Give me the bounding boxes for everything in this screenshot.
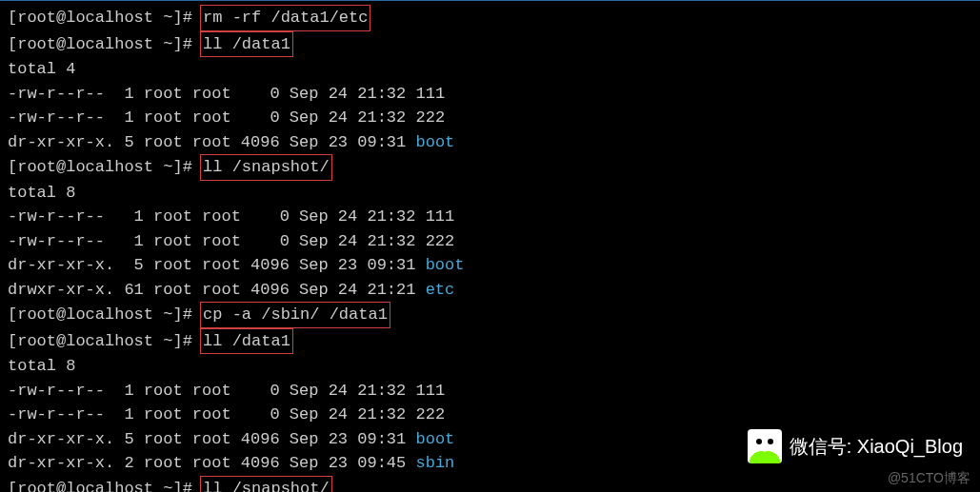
file-meta: dr-xr-xr-x. 5 root root 4096 Sep 23 09:3… (8, 133, 415, 151)
command-text: ll /data1 (200, 31, 293, 58)
file-row: -rw-r--r-- 1 root root 0 Sep 24 21:32 11… (8, 205, 972, 229)
file-row: dr-xr-xr-x. 5 root root 4096 Sep 23 09:3… (8, 130, 972, 155)
prompt-line: [root@localhost ~]# ll /snapshot/ (8, 154, 972, 181)
prompt-line: [root@localhost ~]# ll /snapshot/ (8, 476, 972, 493)
shell-prompt: [root@localhost ~]# (8, 35, 202, 53)
file-meta: dr-xr-xr-x. 5 root root 4096 Sep 23 09:3… (8, 256, 426, 274)
watermark: 微信号: XiaoQi_Blog (748, 429, 963, 463)
file-name: 111 (415, 85, 445, 103)
prompt-line: [root@localhost ~]# rm -rf /data1/etc (8, 5, 972, 31)
command-text: rm -rf /data1/etc (200, 5, 370, 31)
command-text: cp -a /sbin/ /data1 (200, 302, 390, 328)
shell-prompt: [root@localhost ~]# (8, 305, 202, 324)
shell-prompt: [root@localhost ~]# (8, 158, 202, 176)
file-name: etc (426, 281, 455, 299)
terminal-output: [root@localhost ~]# rm -rf /data1/etc[ro… (8, 5, 972, 492)
file-row: -rw-r--r-- 1 root root 0 Sep 24 21:32 22… (8, 403, 972, 427)
file-meta: -rw-r--r-- 1 root root 0 Sep 24 21:32 (8, 232, 426, 250)
file-name: 222 (415, 405, 445, 423)
total-line: total 4 (8, 57, 972, 82)
prompt-line: [root@localhost ~]# ll /data1 (8, 31, 972, 58)
total-line: total 8 (8, 354, 972, 379)
file-meta: -rw-r--r-- 1 root root 0 Sep 24 21:32 (8, 108, 415, 127)
command-text: ll /snapshot/ (200, 154, 332, 181)
shell-prompt: [root@localhost ~]# (8, 480, 202, 493)
file-name: boot (415, 430, 454, 448)
file-row: -rw-r--r-- 1 root root 0 Sep 24 21:32 11… (8, 82, 972, 107)
shell-prompt: [root@localhost ~]# (8, 332, 202, 350)
total-line: total 8 (8, 181, 972, 206)
file-meta: -rw-r--r-- 1 root root 0 Sep 24 21:32 (8, 382, 415, 400)
file-name: 111 (426, 207, 455, 226)
file-row: -rw-r--r-- 1 root root 0 Sep 24 21:32 11… (8, 379, 972, 403)
file-row: -rw-r--r-- 1 root root 0 Sep 24 21:32 22… (8, 106, 972, 130)
file-name: boot (415, 133, 454, 151)
file-meta: dr-xr-xr-x. 5 root root 4096 Sep 23 09:3… (8, 430, 415, 448)
file-name: 222 (415, 108, 445, 127)
prompt-line: [root@localhost ~]# cp -a /sbin/ /data1 (8, 302, 972, 328)
file-row: drwxr-xr-x. 61 root root 4096 Sep 24 21:… (8, 278, 972, 303)
credit-label: @51CTO博客 (888, 468, 970, 488)
file-row: -rw-r--r-- 1 root root 0 Sep 24 21:32 22… (8, 229, 972, 254)
file-name: sbin (415, 454, 454, 472)
shell-prompt: [root@localhost ~]# (8, 9, 202, 27)
command-text: ll /snapshot/ (200, 476, 332, 493)
file-meta: drwxr-xr-x. 61 root root 4096 Sep 24 21:… (8, 281, 426, 299)
file-row: dr-xr-xr-x. 5 root root 4096 Sep 23 09:3… (8, 253, 972, 278)
file-meta: -rw-r--r-- 1 root root 0 Sep 24 21:32 (8, 207, 426, 226)
prompt-line: [root@localhost ~]# ll /data1 (8, 328, 972, 355)
file-name: 222 (426, 232, 455, 250)
watermark-label: 微信号: XiaoQi_Blog (790, 432, 963, 461)
file-meta: -rw-r--r-- 1 root root 0 Sep 24 21:32 (8, 405, 415, 423)
file-name: boot (426, 256, 465, 274)
file-meta: -rw-r--r-- 1 root root 0 Sep 24 21:32 (8, 85, 415, 103)
command-text: ll /data1 (200, 328, 293, 355)
file-name: 111 (415, 382, 445, 400)
file-meta: dr-xr-xr-x. 2 root root 4096 Sep 23 09:4… (8, 454, 415, 472)
wechat-icon (748, 429, 782, 463)
